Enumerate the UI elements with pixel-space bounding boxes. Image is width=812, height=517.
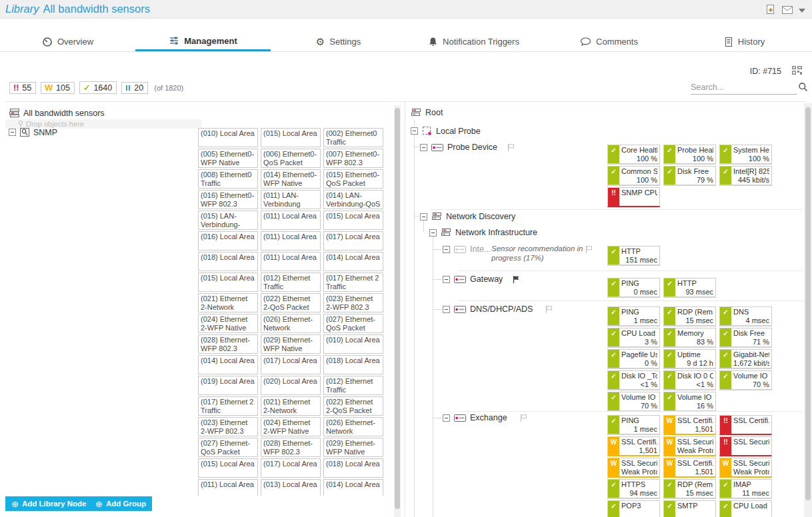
sensor-tile[interactable]: ✓PING0 msec <box>607 278 660 298</box>
tab-history[interactable]: History <box>677 32 812 51</box>
library-sensor-tile[interactable]: (018) Local Area <box>323 458 383 478</box>
sensor-tile[interactable]: ✓Disk IO 0 C:<1 % <box>663 370 716 390</box>
library-sensor-tile[interactable]: (027) Ethernet-QoS Packet <box>323 314 383 333</box>
new-report-icon[interactable] <box>765 4 776 15</box>
sensor-tile[interactable]: ✓Volume IO ...16 % <box>663 392 716 412</box>
sensor-tile[interactable]: ✓Common S...100 % <box>607 166 660 186</box>
sensor-tile[interactable]: WSSL Securi...Weak Proto... <box>719 458 772 478</box>
flag-outline-icon[interactable] <box>507 143 515 152</box>
flag-outline-icon[interactable] <box>519 414 528 422</box>
library-sensor-tile[interactable]: (014) LAN-Verbindung-QoS <box>323 190 383 209</box>
library-sensor-tile[interactable]: (015) Local Area <box>323 211 383 230</box>
library-sensor-tile[interactable]: (028) Ethernet-WFP 802.3 <box>198 334 258 354</box>
breadcrumb-library[interactable]: Library <box>5 3 39 15</box>
group-node-network-discovery[interactable]: Network Discovery <box>420 212 515 221</box>
library-sensor-tile[interactable]: (023) Ethernet 2-WFP 802.3 <box>198 417 258 436</box>
library-sensor-tile[interactable]: (015) Ethernet0-QoS Packet <box>323 169 383 189</box>
sensor-tile[interactable]: ✓RDP (Rem...15 msec <box>663 306 716 326</box>
library-sensor-tile[interactable]: (010) Local Area <box>198 128 258 147</box>
sensor-tile[interactable]: ✓Disk IO _To...<1 % <box>607 370 660 390</box>
library-node-snmp[interactable]: SNMP <box>9 127 57 137</box>
library-sensor-tile[interactable]: (026) Ethernet-Network <box>261 314 321 333</box>
collapse-toggle-icon[interactable] <box>443 306 450 313</box>
sensor-tile[interactable]: ✓Memory83 % <box>663 328 716 348</box>
library-sensor-tile[interactable]: (014) Local Area <box>198 355 258 374</box>
library-sensor-tile[interactable]: (019) Local Area <box>198 376 258 395</box>
sensor-tile[interactable]: !!SNMP CPU... <box>607 187 660 207</box>
library-sensor-tile[interactable]: (016) Local Area <box>198 231 258 251</box>
sensor-tile[interactable]: ✓Volume IO ...70 % <box>719 370 772 390</box>
library-sensor-tile[interactable]: (014) Local Area <box>323 252 383 271</box>
sensor-tile[interactable]: ✓PING1 msec <box>607 306 660 326</box>
search-icon[interactable] <box>798 82 808 92</box>
library-root-node[interactable]: All bandwidth sensors <box>9 108 105 118</box>
collapse-toggle-icon[interactable] <box>429 229 437 237</box>
sensor-tile[interactable]: ✓HTTPS94 msec <box>607 479 660 499</box>
sensor-tile[interactable]: !!SSL Certifi... <box>719 415 772 435</box>
library-sensor-tile[interactable]: (018) Local Area <box>198 252 258 271</box>
sensor-tile[interactable]: !!SSL Securi... <box>719 436 772 456</box>
add-group-button[interactable]: ⊕ Add Group <box>89 496 152 511</box>
email-icon[interactable] <box>781 5 793 15</box>
collapse-toggle-icon[interactable] <box>443 414 450 422</box>
library-sensor-tile[interactable]: (011) Local Area <box>261 231 321 251</box>
library-sensor-tile[interactable]: (006) Ethernet0-QoS Packet <box>261 149 321 168</box>
library-sensor-tile[interactable]: (024) Ethernet 2-WFP Native <box>261 417 321 436</box>
collapse-toggle-icon[interactable] <box>420 144 427 151</box>
sensor-tile[interactable]: ✓CPU Load3 % <box>607 328 660 348</box>
library-sensor-tile[interactable]: (021) Ethernet 2-Network <box>261 396 321 416</box>
paused-count-badge[interactable]: II20 <box>121 82 148 94</box>
library-sensor-tile[interactable]: (014) Ethernet0-WFP Native <box>261 169 321 189</box>
sensor-tile[interactable]: ✓Disk Free71 % <box>719 328 772 348</box>
sensor-tile[interactable]: ✓Intel[R] 825...445 kbit/s <box>719 166 772 186</box>
sensor-tile[interactable]: ✓POP3 <box>607 500 660 517</box>
sensor-tile[interactable]: ✓PING1 msec <box>607 415 660 435</box>
sensor-tile[interactable]: ✓RDP (Rem...15 msec <box>663 479 716 499</box>
device-node-exchange[interactable]: Exchange <box>443 413 528 422</box>
library-sensor-tile[interactable]: (013) Local Area <box>261 479 321 496</box>
tab-notification-triggers[interactable]: Notification Triggers <box>406 32 541 51</box>
collapse-toggle-icon[interactable] <box>411 127 418 135</box>
collapse-toggle-icon[interactable] <box>443 246 450 253</box>
library-sensor-tile[interactable]: (022) Ethernet 2-QoS Packet <box>261 293 321 312</box>
sensor-tile[interactable]: ✓SMTP <box>663 500 716 517</box>
library-sensor-tile[interactable]: (015) Local Area <box>198 458 258 478</box>
error-count-badge[interactable]: !!55 <box>9 82 36 94</box>
library-sensor-tile[interactable]: (011) Local Area <box>261 211 321 230</box>
library-sensor-tile[interactable]: (023) Ethernet 2-WFP 802.3 <box>323 293 383 312</box>
collapse-toggle-icon[interactable] <box>443 276 450 283</box>
sensor-tile[interactable]: WSSL Certifi...1,501 <box>663 458 716 478</box>
ok-count-badge[interactable]: ✓1640 <box>79 81 117 94</box>
qr-code-icon[interactable] <box>791 65 803 75</box>
add-library-node-button[interactable]: ⊕ Add Library Node <box>5 496 92 511</box>
library-sensor-tile[interactable]: (028) Ethernet-WFP 802.3 <box>261 438 321 457</box>
library-sensor-tile[interactable]: (022) Ethernet 2-QoS Packet <box>323 396 383 416</box>
sensor-tile[interactable]: ✓Pagefile Us...0 % <box>607 349 660 369</box>
sensor-tile[interactable]: ✓Disk Free79 % <box>663 166 716 186</box>
left-scrollbar-thumb[interactable] <box>395 108 400 509</box>
library-sensor-tile[interactable]: (015) LAN-Verbindung- <box>198 211 258 230</box>
tab-management[interactable]: Management <box>135 32 271 51</box>
library-sensor-tile[interactable]: (015) Local Area <box>198 272 258 292</box>
tab-overview[interactable]: Overview <box>0 32 135 51</box>
sensor-tile[interactable]: ✓Core Health100 % <box>607 145 660 165</box>
collapse-toggle-icon[interactable] <box>9 129 16 136</box>
library-sensor-tile[interactable]: (012) Ethernet Traffic <box>323 376 383 395</box>
left-scrollbar[interactable] <box>394 105 401 517</box>
library-sensor-tile[interactable]: (010) Local Area <box>323 334 383 354</box>
library-sensor-tile[interactable]: (011) LAN-Verbindung <box>261 190 321 209</box>
library-sensor-tile[interactable]: (016) Ethernet0-WFP 802.3 <box>198 190 258 209</box>
library-sensor-tile[interactable]: (005) Ethernet0-WFP Native <box>198 149 258 168</box>
tab-comments[interactable]: Comments <box>541 32 677 51</box>
warning-count-badge[interactable]: W105 <box>41 82 75 94</box>
device-tree-root[interactable]: Root <box>411 108 443 117</box>
sensor-tile[interactable]: ✓Uptime9 d 12 h <box>663 349 716 369</box>
group-node-network-infrastructure[interactable]: Network Infrastructure <box>429 228 537 237</box>
device-node-dns-dhcp-ads[interactable]: DNS/DHCP/ADS <box>443 304 553 314</box>
sensor-tile[interactable]: ✓DNS4 msec <box>719 306 772 326</box>
library-sensor-tile[interactable]: (011) Local Area <box>261 252 321 271</box>
sensor-tile[interactable]: ✓CPU Load <box>719 500 772 517</box>
sensor-tile[interactable]: ✓HTTP151 msec <box>607 246 660 266</box>
library-sensor-tile[interactable]: (017) Ethernet 2 Traffic <box>323 272 383 292</box>
library-sensor-tile[interactable]: (029) Ethernet-WFP Native <box>261 334 321 354</box>
